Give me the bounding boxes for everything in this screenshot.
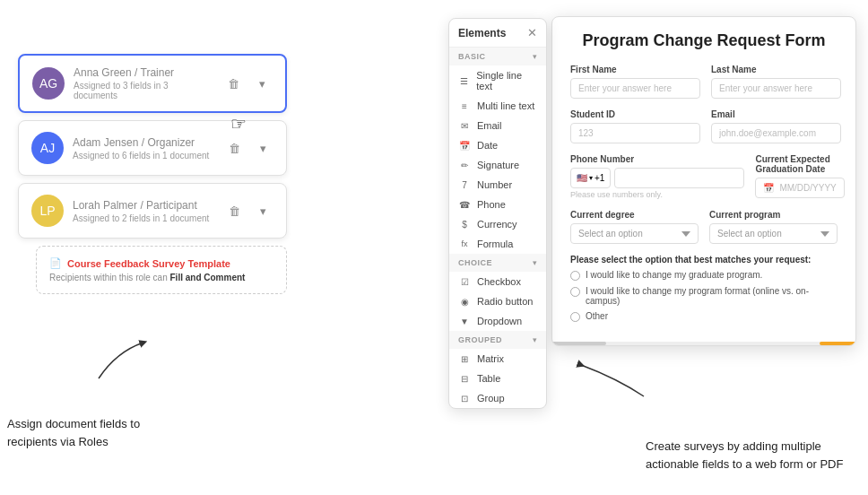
dropdown-item[interactable]: ▼ Dropdown bbox=[449, 311, 546, 331]
chevron-down-icon: ▾ bbox=[533, 258, 537, 267]
role-actions-anna: 🗑 ▾ bbox=[222, 73, 273, 94]
date-item[interactable]: 📅 Date bbox=[449, 135, 546, 155]
phone-item[interactable]: ☎ Phone bbox=[449, 195, 546, 214]
phone-hint: Please use numbers only. bbox=[570, 190, 744, 199]
basic-section-header: BASIC ▾ bbox=[449, 48, 546, 65]
radio-label: Radio button bbox=[477, 296, 533, 307]
radio-circle-1 bbox=[570, 287, 580, 297]
formula-item[interactable]: fx Formula bbox=[449, 234, 546, 254]
student-id-group: Student ID bbox=[570, 109, 700, 143]
course-title: 📄 Course Feedback Survey Template bbox=[49, 257, 273, 269]
form-panel: Program Change Request Form First Name L… bbox=[551, 16, 856, 346]
cursor-icon: ☞ bbox=[230, 113, 247, 135]
table-label: Table bbox=[477, 373, 500, 384]
role-name-lorah: Lorah Palmer / Participant bbox=[73, 199, 214, 212]
phone-input[interactable] bbox=[614, 168, 744, 188]
flag-select[interactable]: 🇺🇸 ▾ +1 bbox=[570, 168, 611, 188]
form-scrollbar[interactable] bbox=[552, 342, 855, 345]
radio-button-item[interactable]: ◉ Radio button bbox=[449, 291, 546, 311]
matrix-item[interactable]: ⊞ Matrix bbox=[449, 349, 546, 369]
last-name-label: Last Name bbox=[711, 65, 841, 74]
currency-icon: $ bbox=[458, 220, 471, 230]
id-email-row: Student ID Email bbox=[570, 109, 838, 143]
close-button[interactable]: ✕ bbox=[527, 26, 537, 39]
form-action-button[interactable] bbox=[820, 342, 855, 345]
grouped-section-label: GROUPED bbox=[458, 335, 502, 344]
left-annotation: Assign document fields to recipients via… bbox=[7, 415, 140, 450]
degree-program-row: Current degree Select an option Current … bbox=[570, 210, 838, 244]
elements-panel-title: Elements bbox=[458, 27, 506, 39]
email-label: Email bbox=[477, 120, 502, 131]
chevron-down-icon: ▾ bbox=[533, 335, 537, 344]
graduation-input[interactable]: 📅 MM/DD/YYYY bbox=[755, 178, 844, 198]
role-name-anna: Anna Green / Trainer bbox=[74, 66, 213, 79]
currency-item[interactable]: $ Currency bbox=[449, 214, 546, 234]
chevron-down-icon[interactable]: ▾ bbox=[251, 73, 273, 94]
single-line-icon: ☰ bbox=[458, 76, 470, 86]
email-item[interactable]: ✉ Email bbox=[449, 116, 546, 135]
roles-panel: AG Anna Green / Trainer Assigned to 3 fi… bbox=[18, 54, 287, 294]
left-arrow bbox=[90, 334, 161, 387]
group-icon: ⊡ bbox=[458, 394, 471, 404]
phone-group: Phone Number 🇺🇸 ▾ +1 Please use numbers … bbox=[570, 154, 744, 199]
first-name-label: First Name bbox=[570, 65, 700, 74]
chevron-down-icon[interactable]: ▾ bbox=[252, 137, 273, 159]
signature-item[interactable]: ✏ Signature bbox=[449, 155, 546, 175]
multi-line-icon: ≡ bbox=[458, 101, 471, 111]
elements-panel-header: Elements ✕ bbox=[449, 19, 546, 48]
role-card-anna[interactable]: AG Anna Green / Trainer Assigned to 3 fi… bbox=[18, 54, 287, 113]
radio-label-0: I would like to change my graduate progr… bbox=[586, 270, 762, 280]
radio-icon: ◉ bbox=[458, 297, 471, 307]
table-icon: ⊟ bbox=[458, 374, 471, 384]
avatar-lorah: LP bbox=[31, 195, 64, 227]
matrix-label: Matrix bbox=[477, 353, 504, 364]
basic-section-label: BASIC bbox=[458, 52, 486, 61]
single-line-text-item[interactable]: ☰ Single line text bbox=[449, 65, 546, 96]
radio-item-2[interactable]: Other bbox=[570, 311, 838, 322]
role-card-lorah[interactable]: LP Lorah Palmer / Participant Assigned t… bbox=[18, 183, 287, 239]
last-name-input[interactable] bbox=[711, 78, 841, 99]
date-placeholder: MM/DD/YYYY bbox=[779, 183, 836, 193]
form-title: Program Change Request Form bbox=[570, 31, 838, 50]
role-name-adam: Adam Jensen / Organizer bbox=[73, 136, 214, 149]
formula-icon: fx bbox=[458, 239, 471, 248]
graduation-label: Current Expected Graduation Date bbox=[755, 154, 844, 174]
first-name-input[interactable] bbox=[570, 78, 700, 99]
number-label: Number bbox=[477, 179, 512, 190]
degree-label: Current degree bbox=[570, 210, 699, 220]
delete-icon[interactable]: 🗑 bbox=[223, 137, 245, 159]
last-name-group: Last Name bbox=[711, 65, 841, 99]
elements-panel: Elements ✕ BASIC ▾ ☰ Single line text ≡ … bbox=[448, 18, 547, 409]
email-input[interactable] bbox=[711, 123, 841, 143]
role-card-adam[interactable]: AJ Adam Jensen / Organizer Assigned to 6… bbox=[18, 120, 287, 176]
role-info-anna: Anna Green / Trainer Assigned to 3 field… bbox=[74, 66, 213, 100]
chevron-down-icon[interactable]: ▾ bbox=[252, 200, 273, 221]
radio-item-0[interactable]: I would like to change my graduate progr… bbox=[570, 270, 838, 281]
graduation-group: Current Expected Graduation Date 📅 MM/DD… bbox=[755, 154, 844, 199]
table-item[interactable]: ⊟ Table bbox=[449, 369, 546, 388]
date-label: Date bbox=[477, 140, 498, 151]
delete-icon[interactable]: 🗑 bbox=[222, 73, 244, 94]
multi-line-text-item[interactable]: ≡ Multi line text bbox=[449, 96, 546, 116]
radio-item-1[interactable]: I would like to change my program format… bbox=[570, 286, 838, 306]
delete-icon[interactable]: 🗑 bbox=[223, 200, 245, 221]
choice-section-header: CHOICE ▾ bbox=[449, 254, 546, 272]
multi-line-label: Multi line text bbox=[477, 100, 534, 111]
course-sub: Recipients within this role can Fill and… bbox=[49, 273, 273, 282]
number-item[interactable]: 7 Number bbox=[449, 175, 546, 195]
role-sub-lorah: Assigned to 2 fields in 1 document bbox=[73, 213, 214, 223]
radio-group: I would like to change my graduate progr… bbox=[570, 270, 838, 322]
chevron-down-icon: ▾ bbox=[589, 174, 593, 182]
checkbox-item[interactable]: ☑ Checkbox bbox=[449, 272, 546, 291]
formula-label: Formula bbox=[477, 239, 513, 249]
radio-circle-2 bbox=[570, 312, 580, 322]
first-name-group: First Name bbox=[570, 65, 700, 99]
group-item[interactable]: ⊡ Group bbox=[449, 388, 546, 408]
student-id-input[interactable] bbox=[570, 123, 700, 143]
email-icon: ✉ bbox=[458, 121, 471, 131]
signature-icon: ✏ bbox=[458, 161, 471, 170]
program-select[interactable]: Select an option bbox=[709, 223, 838, 244]
phone-label: Phone Number bbox=[570, 154, 744, 164]
number-icon: 7 bbox=[458, 180, 471, 190]
degree-select[interactable]: Select an option bbox=[570, 223, 699, 244]
